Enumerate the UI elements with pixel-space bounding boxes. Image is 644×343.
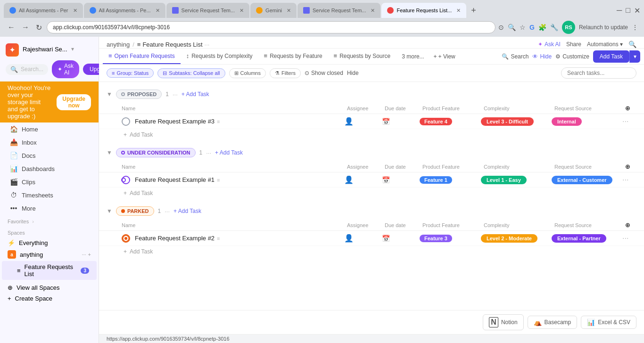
col-add-under[interactable]: ⊕	[625, 163, 636, 170]
header-search-icon[interactable]: 🔍	[628, 41, 636, 48]
ask-ai-button[interactable]: ✦ Ask AI	[52, 60, 79, 78]
task-feature-pk1[interactable]: Feature 3	[420, 235, 481, 242]
col-add-parked[interactable]: ⊕	[625, 221, 636, 229]
under-add-task-row[interactable]: + Add Task	[99, 188, 644, 199]
close-button[interactable]: ✕	[634, 6, 640, 15]
proposed-add-task[interactable]: + Add Task	[182, 91, 209, 98]
address-input[interactable]	[47, 21, 495, 33]
browser-tab-2[interactable]: All Assignments - Pe... ✕	[84, 3, 165, 18]
minimize-button[interactable]: ─	[617, 6, 622, 15]
task-source-pk1[interactable]: External - Partner	[552, 234, 622, 243]
anything-actions[interactable]: ··· +	[82, 252, 91, 257]
tab-requests-by-feature[interactable]: ≡ Requests by Feature	[258, 49, 328, 64]
parked-dots[interactable]: ···	[165, 208, 170, 215]
profile-avatar[interactable]: RS	[562, 21, 575, 34]
menu-icon[interactable]: ⋮	[632, 24, 638, 31]
tab-open-feature-requests[interactable]: ≡ Open Feature Requests	[103, 49, 181, 64]
proposed-toggle-icon[interactable]: ▼	[107, 91, 112, 98]
filter-chip-subtasks[interactable]: ⊟ Subtasks: Collapse all	[157, 68, 225, 78]
tab-close-3[interactable]: ✕	[239, 8, 244, 14]
parked-add-task-row[interactable]: + Add Task	[99, 246, 644, 257]
global-search-box[interactable]: 🔍 Search...	[6, 64, 48, 75]
tab-close-6[interactable]: ✕	[456, 8, 461, 14]
proposed-add-task-row[interactable]: + Add Task	[99, 129, 644, 140]
search-tab-button[interactable]: 🔍 Search	[502, 53, 528, 60]
cast-icon[interactable]: ⊙	[498, 24, 504, 31]
tab-close-5[interactable]: ✕	[371, 8, 375, 14]
task-row-parked-1[interactable]: Feature Request Example #2 ≡ 👤 📅 Feature…	[99, 231, 644, 246]
task-row-proposed-1[interactable]: Feature Request Example #3 ≡ 👤 📅 Feature…	[99, 114, 644, 129]
hide-button[interactable]: 👁 Hide	[532, 53, 552, 60]
group-under-header[interactable]: ▼ UNDER CONSIDERATION 1 ··· + Add Task	[99, 144, 644, 161]
sidebar-user[interactable]: Rajeshwari Se... ▾	[23, 46, 74, 53]
task-complexity-pk1[interactable]: Level 2 - Moderate	[481, 234, 552, 243]
browser-tab-3[interactable]: Service Request Tem... ✕	[166, 3, 250, 18]
under-toggle-icon[interactable]: ▼	[107, 149, 112, 156]
browser-tab-4[interactable]: Gemini ✕	[250, 3, 297, 18]
add-task-button[interactable]: Add Task	[593, 50, 629, 63]
sidebar-item-home[interactable]: 🏠 Home	[2, 123, 97, 135]
tab-requests-by-source[interactable]: ≡ Requests by Source	[328, 49, 396, 64]
import-excel-button[interactable]: 📊 Excel & CSV	[581, 316, 636, 329]
anything-plus[interactable]: +	[88, 252, 91, 257]
sidebar-item-clips[interactable]: 🎬 Clips	[2, 176, 97, 188]
add-task-dropdown-button[interactable]: ▾	[629, 50, 640, 63]
breadcrumb-parent[interactable]: anything	[107, 41, 130, 48]
search-tasks-input[interactable]	[561, 67, 636, 79]
task-feature-p1[interactable]: Feature 4	[420, 118, 481, 125]
automations-button[interactable]: Automations ▾	[587, 41, 623, 48]
tab-requests-by-complexity[interactable]: ↕ Requests by Complexity	[181, 49, 258, 64]
maximize-button[interactable]: □	[626, 6, 630, 15]
upgrade-now-button[interactable]: Upgrade now	[57, 94, 91, 110]
filter-chip-filters[interactable]: ⚗ Filters	[270, 68, 301, 78]
ext2-icon[interactable]: 🔧	[550, 24, 558, 31]
task-due-u1[interactable]: 📅	[382, 176, 420, 184]
tab-close-4[interactable]: ✕	[287, 8, 291, 14]
sidebar-item-anything[interactable]: a anything ··· +	[0, 248, 99, 261]
ask-ai-header-button[interactable]: ✦ Ask AI	[538, 41, 561, 48]
customize-button[interactable]: ⚙ Customize	[555, 53, 589, 60]
new-tab-button[interactable]: +	[467, 5, 480, 16]
browser-tab-6[interactable]: Feature Requests List... ✕	[381, 3, 466, 18]
task-check-under-1[interactable]	[122, 176, 130, 184]
filter-chip-group-status[interactable]: ≡ Group: Status	[107, 68, 154, 78]
bookmark-icon[interactable]: ☆	[520, 24, 526, 31]
tab-close-2[interactable]: ✕	[156, 8, 160, 14]
group-proposed-header[interactable]: ▼ PROPOSED 1 ··· + Add Task	[99, 86, 644, 103]
add-view-button[interactable]: + + View	[430, 49, 459, 64]
under-dots[interactable]: ···	[206, 149, 211, 156]
under-add-task[interactable]: + Add Task	[215, 149, 243, 156]
task-due-pk1[interactable]: 📅	[382, 235, 420, 242]
task-feature-u1[interactable]: Feature 1	[420, 176, 481, 184]
task-assignee-p1[interactable]: 👤	[344, 117, 382, 126]
task-row-under-1[interactable]: Feature Request Example #1 ≡ 👤 📅 Feature…	[99, 172, 644, 188]
task-complexity-p1[interactable]: Level 3 - Difficult	[481, 117, 552, 126]
parked-toggle-icon[interactable]: ▼	[107, 208, 112, 214]
zoom-icon[interactable]: 🔍	[508, 24, 516, 31]
import-basecamp-button[interactable]: ⛺ Basecamp	[528, 316, 578, 329]
sidebar-item-everything[interactable]: ⚡ Everything	[0, 237, 99, 248]
group-parked-header[interactable]: ▼ PARKED 1 ··· + Add Task	[99, 203, 644, 220]
forward-button[interactable]: →	[20, 21, 31, 33]
proposed-dots[interactable]: ···	[173, 91, 178, 98]
back-button[interactable]: ←	[6, 21, 17, 33]
task-source-u1[interactable]: External - Customer	[552, 176, 622, 184]
sidebar-create-space[interactable]: + Create Space	[0, 293, 99, 304]
breadcrumb-dots[interactable]: ···	[205, 41, 210, 48]
task-assignee-pk1[interactable]: 👤	[344, 234, 382, 243]
sidebar-item-feature-requests[interactable]: ≡ Feature Requests List 3	[2, 261, 97, 280]
ext-icon[interactable]: 🧩	[538, 24, 546, 31]
browser-tab-5[interactable]: Service Request Tem... ✕	[297, 3, 381, 18]
sidebar-item-docs[interactable]: 📄 Docs	[2, 149, 97, 162]
browser-tab-1[interactable]: All Assignments - Per ✕	[4, 3, 83, 18]
col-add-proposed[interactable]: ⊕	[625, 105, 636, 112]
share-button[interactable]: Share	[566, 41, 581, 48]
task-more-u1[interactable]: ···	[622, 176, 636, 184]
task-source-p1[interactable]: Internal	[552, 117, 622, 126]
sidebar-item-timesheets[interactable]: ⏱ Timesheets	[2, 189, 97, 201]
task-due-p1[interactable]: 📅	[382, 118, 420, 125]
sidebar-item-more[interactable]: ••• More	[2, 202, 97, 214]
hide-filter-button[interactable]: Hide	[347, 70, 359, 76]
show-closed-button[interactable]: ⊙ Show closed	[305, 70, 343, 76]
filter-chip-columns[interactable]: ⊞ Columns	[229, 68, 266, 78]
